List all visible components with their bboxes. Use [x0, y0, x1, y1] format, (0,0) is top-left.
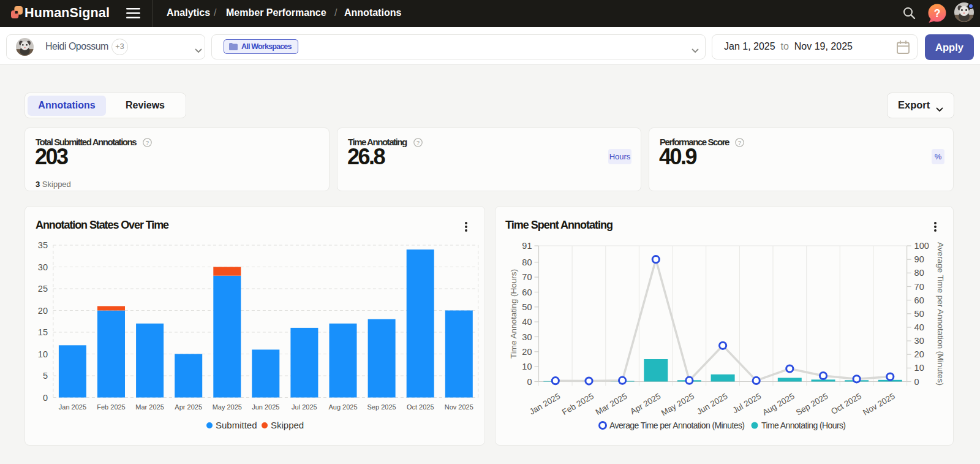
- svg-text:15: 15: [38, 327, 48, 337]
- svg-text:Apr 2025: Apr 2025: [175, 403, 202, 411]
- svg-text:Jul 2025: Jul 2025: [292, 403, 317, 411]
- svg-text:?: ?: [934, 7, 941, 20]
- svg-text:Nov 2025: Nov 2025: [861, 392, 897, 417]
- svg-text:Average Time per Annotation (M: Average Time per Annotation (Minutes): [936, 242, 945, 386]
- svg-text:Time Annotating (Hours): Time Annotating (Hours): [509, 269, 518, 359]
- svg-text:0: 0: [527, 377, 532, 387]
- svg-text:35: 35: [38, 240, 48, 250]
- svg-text:?: ?: [738, 139, 741, 146]
- svg-text:30: 30: [914, 336, 924, 346]
- svg-text:80: 80: [914, 268, 924, 278]
- svg-text:Submitted: Submitted: [216, 420, 257, 430]
- svg-text:30: 30: [38, 262, 48, 272]
- svg-text:Jun 2025: Jun 2025: [252, 403, 279, 411]
- svg-text:Jan 2025: Jan 2025: [528, 392, 562, 417]
- svg-text:Mar 2025: Mar 2025: [594, 392, 629, 417]
- svg-text:20: 20: [914, 349, 924, 359]
- svg-text:May 2025: May 2025: [213, 403, 242, 411]
- svg-text:30: 30: [522, 332, 532, 342]
- svg-text:70: 70: [914, 282, 924, 292]
- svg-text:5: 5: [43, 371, 48, 381]
- svg-text:?: ?: [417, 139, 420, 146]
- svg-text:May 2025: May 2025: [660, 392, 696, 418]
- svg-text:Jul 2025: Jul 2025: [731, 392, 763, 416]
- svg-text:20: 20: [38, 306, 48, 316]
- svg-text:Apr 2025: Apr 2025: [628, 392, 662, 416]
- svg-text:40: 40: [914, 322, 924, 332]
- svg-text:0: 0: [43, 393, 48, 403]
- svg-text:0: 0: [914, 377, 919, 387]
- svg-text:Aug 2025: Aug 2025: [761, 392, 796, 417]
- svg-text:Feb 2025: Feb 2025: [560, 392, 595, 417]
- svg-text:Sep 2025: Sep 2025: [368, 403, 396, 411]
- svg-text:Mar 2025: Mar 2025: [135, 403, 164, 411]
- svg-text:50: 50: [522, 302, 532, 312]
- svg-text:70: 70: [522, 272, 532, 282]
- svg-text:40: 40: [522, 317, 532, 327]
- svg-text:Oct 2025: Oct 2025: [829, 392, 863, 416]
- svg-text:10: 10: [914, 363, 924, 373]
- svg-text:Nov 2025: Nov 2025: [445, 403, 473, 411]
- svg-text:50: 50: [914, 309, 924, 319]
- svg-text:80: 80: [522, 257, 532, 267]
- svg-text:60: 60: [914, 295, 924, 305]
- svg-text:Skipped: Skipped: [271, 420, 304, 430]
- svg-text:Feb 2025: Feb 2025: [97, 403, 125, 411]
- svg-text:Sep 2025: Sep 2025: [794, 392, 830, 417]
- svg-text:90: 90: [914, 254, 924, 264]
- svg-text:Aug 2025: Aug 2025: [328, 403, 357, 411]
- svg-text:25: 25: [38, 284, 48, 294]
- svg-text:Jun 2025: Jun 2025: [695, 392, 729, 417]
- svg-text:100: 100: [914, 241, 929, 251]
- svg-text:10: 10: [38, 349, 48, 359]
- svg-text:Oct 2025: Oct 2025: [407, 403, 434, 411]
- svg-text:10: 10: [522, 362, 532, 371]
- svg-text:Average Time per Annotation (M: Average Time per Annotation (Minutes): [609, 420, 744, 430]
- svg-text:20: 20: [522, 347, 532, 357]
- svg-text:91: 91: [522, 241, 532, 251]
- svg-text:Jan 2025: Jan 2025: [59, 403, 86, 411]
- svg-text:?: ?: [146, 139, 149, 146]
- svg-text:60: 60: [522, 287, 532, 297]
- svg-text:Time Annotating (Hours): Time Annotating (Hours): [761, 420, 845, 430]
